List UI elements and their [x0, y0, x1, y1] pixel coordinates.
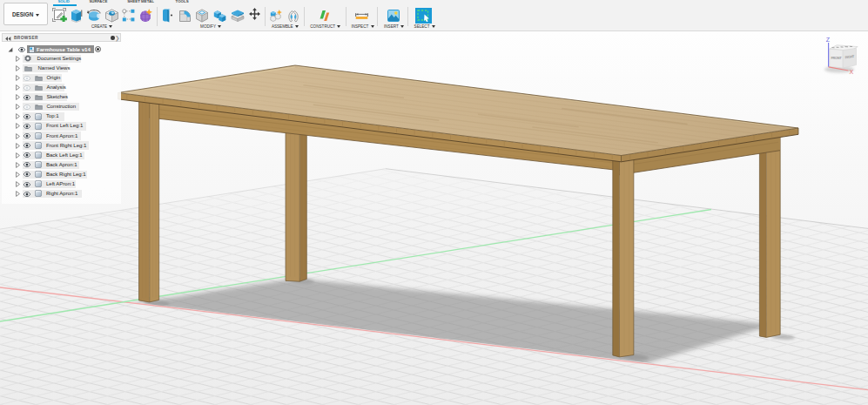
svg-text:Z: Z: [826, 37, 831, 43]
svg-text:FRONT: FRONT: [831, 56, 843, 60]
svg-text:X: X: [850, 69, 854, 75]
